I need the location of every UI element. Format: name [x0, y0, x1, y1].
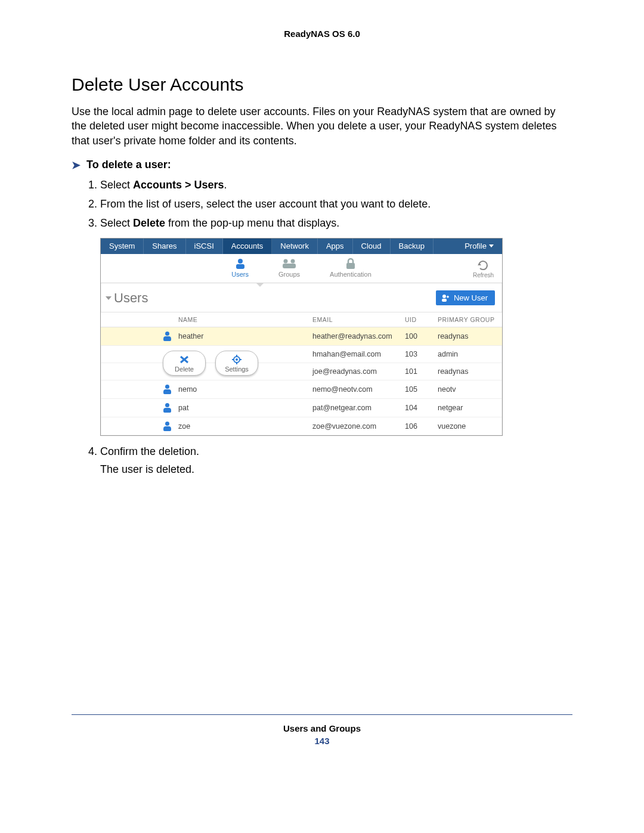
delete-icon	[179, 355, 190, 364]
tab-accounts[interactable]: Accounts	[223, 239, 272, 254]
svg-point-14	[236, 358, 238, 361]
result-text: The user is deleted.	[100, 463, 572, 476]
users-section-title[interactable]: Users	[106, 290, 148, 306]
subnav-users[interactable]: Users	[231, 258, 249, 278]
gear-icon	[231, 355, 242, 364]
tab-apps[interactable]: Apps	[318, 239, 353, 254]
svg-marker-6	[478, 263, 481, 265]
chevron-down-icon	[489, 244, 494, 247]
section-title: Delete User Accounts	[72, 75, 572, 95]
collapse-icon	[106, 296, 112, 300]
arrow-icon: ➤	[72, 159, 80, 172]
active-tab-notch	[256, 283, 264, 287]
table-row[interactable]: heather heather@readynas.com 100 readyna…	[101, 327, 502, 346]
tab-shares[interactable]: Shares	[144, 239, 185, 254]
tab-backup[interactable]: Backup	[391, 239, 434, 254]
refresh-icon	[476, 260, 490, 271]
admin-ui-screenshot: System Shares iSCSI Accounts Network App…	[100, 238, 503, 436]
step-1: Select Accounts > Users.	[100, 178, 572, 192]
popup-delete-button[interactable]: Delete	[163, 351, 206, 376]
col-group[interactable]: PRIMARY GROUP	[438, 316, 496, 323]
procedure-heading: ➤ To delete a user:	[72, 159, 572, 172]
new-user-button[interactable]: New User	[436, 290, 495, 305]
step-2: From the list of users, select the user …	[100, 197, 572, 211]
refresh-button[interactable]: Refresh	[473, 260, 494, 278]
svg-point-2	[284, 259, 288, 263]
user-icon	[163, 385, 172, 394]
svg-point-3	[291, 259, 295, 263]
popup-settings-button[interactable]: Settings	[215, 351, 258, 376]
tab-iscsi[interactable]: iSCSI	[186, 239, 223, 254]
procedure-title: To delete a user:	[86, 159, 171, 171]
col-email[interactable]: EMAIL	[312, 316, 405, 323]
tab-network[interactable]: Network	[272, 239, 318, 254]
lock-icon	[344, 258, 357, 270]
doc-header: ReadyNAS OS 6.0	[72, 29, 572, 39]
groups-icon	[281, 258, 298, 270]
table-row[interactable]: nemo nemo@neotv.com 105 neotv	[101, 380, 502, 399]
profile-label: Profile	[465, 241, 487, 250]
user-icon	[163, 422, 172, 431]
footer-title: Users and Groups	[72, 723, 572, 733]
users-icon	[233, 258, 247, 270]
svg-point-0	[238, 259, 243, 264]
top-nav: System Shares iSCSI Accounts Network App…	[101, 239, 502, 254]
table-row[interactable]: zoe zoe@vuezone.com 106 vuezone	[101, 417, 502, 435]
table-row[interactable]: pat pat@netgear.com 104 netgear	[101, 399, 502, 417]
svg-rect-10	[447, 295, 448, 298]
table-row[interactable]: hmahan@email.com 103 admin	[101, 346, 502, 363]
footer-page-number: 143	[72, 736, 572, 746]
add-user-icon	[441, 294, 449, 302]
tab-cloud[interactable]: Cloud	[353, 239, 391, 254]
svg-rect-4	[283, 264, 296, 268]
tab-system[interactable]: System	[101, 239, 144, 254]
col-uid[interactable]: UID	[405, 316, 438, 323]
svg-point-7	[442, 295, 446, 298]
table-row[interactable]: joe@readynas.com 101 readynas	[101, 363, 502, 380]
profile-menu[interactable]: Profile	[456, 239, 502, 254]
user-icon	[163, 403, 172, 413]
svg-rect-8	[442, 299, 447, 302]
subnav-groups[interactable]: Groups	[278, 258, 300, 278]
svg-rect-5	[346, 263, 355, 269]
subnav-auth[interactable]: Authentication	[330, 258, 371, 278]
intro-paragraph: Use the local admin page to delete user …	[72, 104, 572, 148]
step-4: Confirm the deletion.	[100, 444, 572, 459]
page-footer: Users and Groups 143	[72, 714, 572, 746]
sub-nav: Users Groups Authentication	[101, 254, 502, 283]
col-name[interactable]: NAME	[178, 316, 312, 323]
users-table: NAME EMAIL UID PRIMARY GROUP heather hea…	[101, 312, 502, 435]
svg-rect-1	[236, 264, 244, 269]
table-header: NAME EMAIL UID PRIMARY GROUP	[101, 312, 502, 327]
step-3: Select Delete from the pop-up menu that …	[100, 216, 572, 230]
user-icon	[163, 332, 172, 341]
